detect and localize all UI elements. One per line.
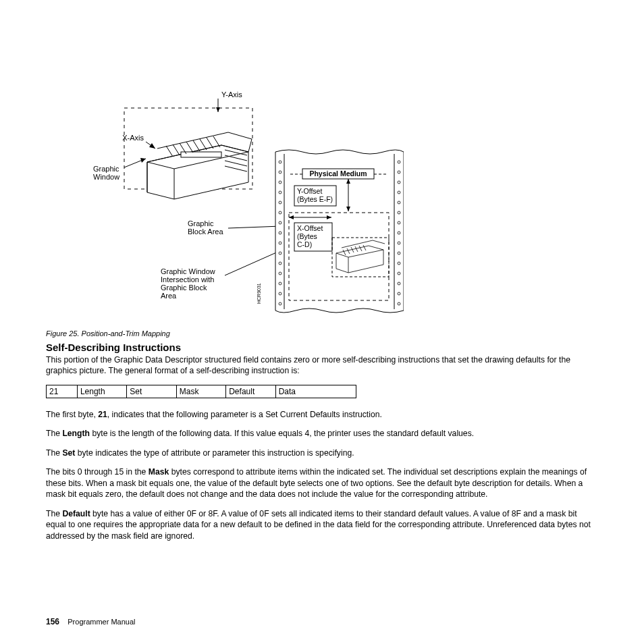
table-cell: Default xyxy=(226,385,275,398)
svg-line-3 xyxy=(166,146,173,157)
paragraph-default: The Default byte has a value of either 0… xyxy=(46,508,598,541)
book-title: Programmer Manual xyxy=(68,618,135,626)
label-side-code: HCR9031 xyxy=(257,283,261,304)
table-cell: 21 xyxy=(47,385,78,398)
section-title: Self-Describing Instructions xyxy=(46,342,598,353)
figure-illustration: Y-Axis X-Axis Graphic Window Graphic Blo… xyxy=(86,88,404,317)
svg-marker-20 xyxy=(140,158,146,163)
figure-25: Y-Axis X-Axis Graphic Window Graphic Blo… xyxy=(86,88,404,317)
label-y-axis: Y-Axis xyxy=(221,90,242,99)
svg-line-10 xyxy=(213,136,220,147)
svg-line-21 xyxy=(228,226,281,228)
svg-line-6 xyxy=(186,142,193,153)
label-graphic-block-area: Graphic Block Area xyxy=(188,219,223,236)
label-physical-medium: Physical Medium xyxy=(309,169,367,178)
label-x-axis: X-Axis xyxy=(122,134,144,142)
svg-line-9 xyxy=(207,138,213,149)
svg-rect-2 xyxy=(181,152,221,157)
page-footer: 156 Programmer Manual xyxy=(46,617,136,626)
paragraph-length: The Length byte is the length of the fol… xyxy=(46,428,598,439)
label-intersection: Graphic Window Intersection with Graphic… xyxy=(161,267,217,300)
svg-line-4 xyxy=(173,144,180,155)
svg-line-7 xyxy=(193,140,200,151)
table-cell: Mask xyxy=(176,385,225,398)
figure-caption: Figure 25. Position-and-Trim Mapping xyxy=(46,329,404,338)
svg-marker-16 xyxy=(216,107,220,112)
paragraph-set: The Set byte indicates the type of attri… xyxy=(46,448,598,458)
svg-line-8 xyxy=(200,139,207,150)
table-cell: Length xyxy=(77,385,126,398)
intro-paragraph: This portion of the Graphic Data Descrip… xyxy=(46,354,598,377)
table-cell: Data xyxy=(275,385,356,398)
page-number: 156 xyxy=(46,617,59,626)
paragraph-mask: The bits 0 through 15 in the Mask bytes … xyxy=(46,466,598,500)
label-graphic-window: Graphic Window xyxy=(93,165,122,181)
table-cell: Set xyxy=(127,385,176,398)
instruction-format-table: 21 Length Set Mask Default Data xyxy=(46,385,356,398)
paragraph-21: The first byte, 21, indicates that the f… xyxy=(46,409,598,420)
svg-marker-18 xyxy=(149,143,155,149)
